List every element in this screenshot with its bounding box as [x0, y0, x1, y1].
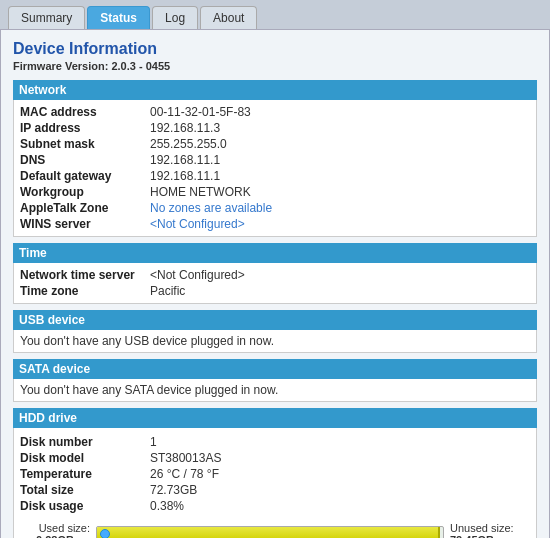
usb-section-body: You don't have any USB device plugged in…: [13, 330, 537, 353]
time-section-body: Network time server <Not Configured> Tim…: [13, 263, 537, 304]
network-section-header: Network: [13, 80, 537, 100]
table-row: Disk number 1: [20, 434, 530, 450]
disk-usage-bar: [96, 526, 444, 538]
network-section-body: MAC address 00-11-32-01-5F-83 IP address…: [13, 100, 537, 237]
tab-status[interactable]: Status: [87, 6, 150, 29]
sata-section-header: SATA device: [13, 359, 537, 379]
page-title: Device Information: [13, 40, 537, 58]
tab-log[interactable]: Log: [152, 6, 198, 29]
time-section-header: Time: [13, 243, 537, 263]
disk-used-fill: [97, 527, 440, 538]
hdd-info-rows: Disk number 1 Disk model ST380013AS Temp…: [20, 432, 530, 516]
tab-about[interactable]: About: [200, 6, 257, 29]
tab-summary[interactable]: Summary: [8, 6, 85, 29]
table-row: MAC address 00-11-32-01-5F-83: [20, 104, 530, 120]
tab-bar: Summary Status Log About: [0, 0, 550, 29]
table-row: Default gateway 192.168.11.1: [20, 168, 530, 184]
sata-section-body: You don't have any SATA device plugged i…: [13, 379, 537, 402]
disk-used-dot: [100, 529, 110, 538]
table-row: Subnet mask 255.255.255.0: [20, 136, 530, 152]
main-content: Device Information Firmware Version: 2.0…: [0, 29, 550, 538]
unused-size-label: Unused size: 72.45GB: [450, 522, 530, 538]
table-row: AppleTalk Zone No zones are available: [20, 200, 530, 216]
table-row: Workgroup HOME NETWORK: [20, 184, 530, 200]
table-row: Time zone Pacific: [20, 283, 530, 299]
table-row: IP address 192.168.11.3: [20, 120, 530, 136]
table-row: DNS 192.168.11.1: [20, 152, 530, 168]
table-row: WINS server <Not Configured>: [20, 216, 530, 232]
usb-section-header: USB device: [13, 310, 537, 330]
firmware-version: Firmware Version: 2.0.3 - 0455: [13, 60, 537, 72]
table-row: Disk model ST380013AS: [20, 450, 530, 466]
hdd-section-body: Disk number 1 Disk model ST380013AS Temp…: [13, 428, 537, 538]
table-row: Temperature 26 °C / 78 °F: [20, 466, 530, 482]
table-row: Network time server <Not Configured>: [20, 267, 530, 283]
table-row: Disk usage 0.38%: [20, 498, 530, 514]
table-row: Total size 72.73GB: [20, 482, 530, 498]
hdd-section-header: HDD drive: [13, 408, 537, 428]
used-size-label: Used size: 0.28GB: [20, 522, 90, 538]
disk-bar-area: Used size: 0.28GB Unused size: 72.45GB: [20, 522, 530, 538]
